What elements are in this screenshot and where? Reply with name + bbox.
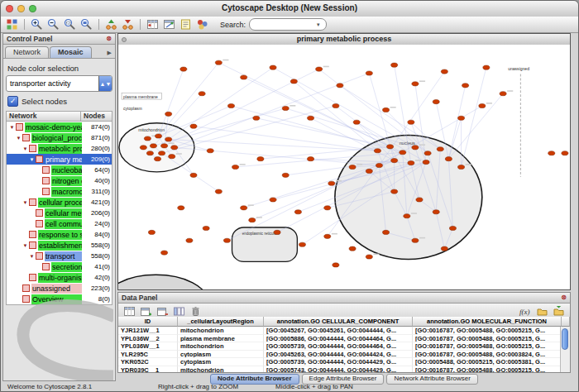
table-row[interactable]: YDR039C__1mitochondrion[GO:0005743, GO:0… (118, 366, 570, 373)
open-folder-button[interactable] (534, 304, 550, 318)
network-node[interactable] (257, 157, 264, 161)
network-node[interactable] (441, 246, 447, 251)
close-window-button[interactable] (6, 5, 13, 12)
network-node[interactable] (186, 238, 193, 242)
node-attribute-button[interactable] (145, 17, 160, 31)
select-nodes-checkbox[interactable]: ✓ (7, 96, 18, 107)
tree-item[interactable]: nitrogen compound me40(0) (7, 175, 112, 186)
network-node[interactable] (449, 226, 456, 230)
zoom-out-button[interactable] (45, 17, 61, 31)
network-node[interactable] (400, 151, 406, 155)
column-header[interactable]: annotation.GO CELLULAR_COMPONENT (264, 317, 413, 327)
network-node[interactable] (333, 103, 339, 108)
tree-item[interactable]: ▼transport558(0) (7, 251, 112, 261)
network-node[interactable] (165, 137, 172, 141)
tree-item[interactable]: Overview8(0) (7, 294, 112, 304)
network-node[interactable] (337, 84, 343, 88)
table-cell[interactable]: [GO:0005886, GO:0044444, GO:0044464, G..… (264, 335, 413, 343)
network-node[interactable] (462, 84, 469, 88)
column-header[interactable]: ID (118, 317, 178, 327)
table-cell[interactable]: [GO:0016787, GO:0005488, GO:0005215, G..… (413, 335, 562, 343)
network-node[interactable] (270, 65, 276, 69)
network-node[interactable] (376, 163, 382, 167)
network-node[interactable] (308, 157, 314, 161)
dropdown-arrow-icon[interactable]: ▲▼ (98, 76, 112, 91)
delete-attribute-button[interactable] (155, 304, 170, 318)
tab-network[interactable]: Network (5, 46, 49, 58)
network-node[interactable] (249, 218, 256, 222)
network-node[interactable] (324, 234, 331, 238)
network-node[interactable] (433, 100, 439, 104)
disclosure-triangle-icon[interactable]: ▼ (8, 125, 16, 130)
network-node[interactable] (190, 173, 197, 177)
network-node[interactable] (241, 75, 247, 79)
edge-attribute-button[interactable] (161, 17, 177, 31)
table-cell[interactable]: [GO:0045267, GO:0045261, GO:0044444, G..… (264, 327, 413, 335)
overview-button[interactable] (4, 17, 20, 31)
network-node[interactable] (274, 230, 280, 234)
network-node[interactable] (161, 251, 168, 255)
network-node[interactable] (180, 67, 187, 71)
network-node[interactable] (500, 92, 506, 96)
table-cell[interactable]: [GO:0016787, GO:0005488, GO:0005215, G..… (413, 327, 562, 335)
network-node[interactable] (408, 161, 414, 165)
title-bar[interactable]: Cytoscape Desktop (New Session) (1, 1, 578, 17)
network-node[interactable] (161, 144, 168, 148)
network-node[interactable] (412, 82, 419, 86)
zoom-fit-button[interactable] (79, 17, 94, 31)
network-node[interactable] (154, 157, 160, 161)
tree-header-network[interactable]: Network (6, 111, 81, 122)
network-node[interactable] (366, 169, 372, 173)
network-node[interactable] (270, 198, 276, 202)
network-node[interactable] (441, 69, 447, 74)
network-node[interactable] (458, 116, 465, 120)
network-node[interactable] (299, 242, 305, 246)
network-node[interactable] (324, 206, 331, 210)
create-attribute-button[interactable] (138, 304, 154, 318)
select-attributes-button[interactable] (122, 304, 137, 318)
network-node[interactable] (349, 246, 356, 251)
network-node[interactable] (423, 160, 429, 165)
network-canvas-svg[interactable]: plasma membranecytoplasmmitochondrionnuc… (118, 45, 570, 289)
network-node[interactable] (215, 60, 222, 65)
table-cell[interactable]: mitochondrion (178, 366, 264, 373)
network-node[interactable] (159, 151, 165, 155)
network-node[interactable] (437, 147, 443, 151)
table-row[interactable]: YJR121W__1mitochondrion[GO:0045267, GO:0… (118, 327, 570, 335)
network-node[interactable] (479, 103, 486, 108)
network-node[interactable] (169, 155, 175, 159)
network-node[interactable] (241, 206, 247, 210)
network-node[interactable] (391, 63, 398, 67)
table-row[interactable]: YPL036W__2plasma membrane[GO:0005886, GO… (118, 335, 570, 343)
tree-item[interactable]: unassigned223(0) (7, 283, 112, 294)
disclosure-triangle-icon[interactable]: ▼ (28, 157, 36, 162)
tab-mosaic[interactable]: Mosaic (50, 46, 92, 58)
network-node[interactable] (178, 206, 184, 210)
search-dropdown-icon[interactable]: ▾ (317, 22, 320, 28)
tree-item[interactable]: nucleobase-containing c64(0) (7, 165, 112, 175)
network-node[interactable] (253, 116, 260, 120)
table-cell[interactable]: YJR121W__1 (118, 327, 178, 335)
network-node[interactable] (433, 210, 439, 214)
network-node[interactable] (391, 189, 398, 194)
network-canvas[interactable]: plasma membranecytoplasmmitochondrionnuc… (118, 45, 570, 289)
table-cell[interactable]: [GO:0016787, GO:0005488, GO:0005215, G..… (413, 342, 562, 351)
tree-item[interactable]: ▼mosaic-demo-yeast874(0) (7, 122, 112, 132)
table-cell[interactable]: [GO:0045263, GO:0044444, GO:0044424, G..… (264, 351, 413, 359)
table-cell[interactable]: YPL036W__1 (118, 342, 178, 351)
network-node[interactable] (294, 210, 301, 214)
table-cell[interactable]: [GO:0005743, GO:0044444, GO:0044429, G..… (264, 366, 413, 373)
network-node[interactable] (366, 71, 372, 75)
network-node[interactable] (412, 238, 419, 242)
disclosure-triangle-icon[interactable]: ▼ (22, 243, 29, 248)
network-node[interactable] (232, 165, 239, 169)
network-node[interactable] (408, 120, 414, 124)
network-node[interactable] (140, 146, 146, 150)
network-node[interactable] (171, 146, 178, 150)
network-node[interactable] (445, 157, 452, 161)
table-cell[interactable]: mitochondrion (178, 327, 264, 335)
table-row[interactable]: YPL036W__1mitochondrion[GO:0005739, GO:0… (118, 342, 570, 351)
expand-group-button[interactable] (103, 17, 119, 31)
disclosure-triangle-icon[interactable]: ▼ (15, 136, 22, 141)
collapse-group-button[interactable] (120, 17, 136, 31)
